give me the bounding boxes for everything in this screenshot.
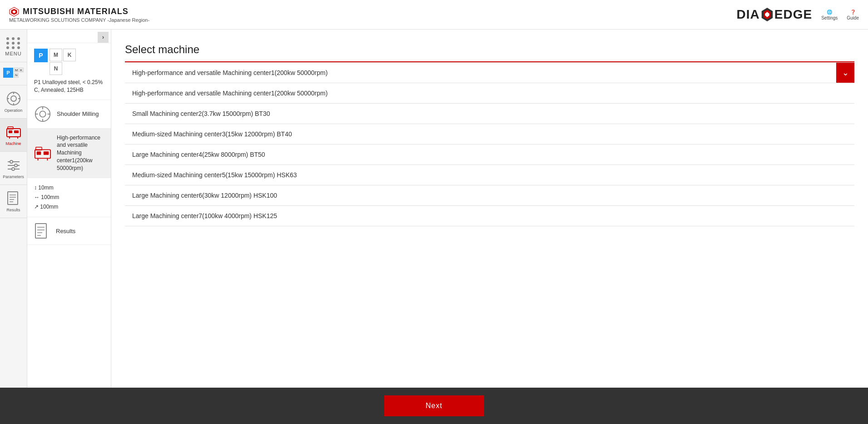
svg-rect-13 <box>9 130 12 133</box>
operation-icon <box>6 91 21 106</box>
sidebar-item-results[interactable]: Results <box>0 185 27 218</box>
svg-point-30 <box>40 111 45 117</box>
shoulder-milling-icon <box>34 105 51 123</box>
diaedge-diamond-icon <box>761 7 774 22</box>
svg-rect-17 <box>8 127 13 129</box>
menu-dots-icon <box>6 37 21 49</box>
operation-label: Shoulder Milling <box>57 110 99 117</box>
machine-list: High-performance and versatile Machining… <box>125 62 854 226</box>
mitsubishi-diamond-icon <box>9 7 19 17</box>
sidebar-item-parameters[interactable]: Parameters <box>0 152 27 185</box>
mitsubishi-logo: MITSUBISHI MATERIALS <box>9 7 149 17</box>
material-description: P1 Unalloyed steel, < 0.25% C, Annealed,… <box>34 79 104 94</box>
sidebar-top-expand: › <box>27 30 111 43</box>
sidebar-item-operation[interactable]: Operation <box>0 85 27 119</box>
brand-name: MITSUBISHI MATERIALS <box>23 7 129 16</box>
badge-grid: M K N <box>50 49 76 75</box>
machine-row[interactable]: High-performance and versatile Machining… <box>125 83 854 104</box>
machine-row[interactable]: High-performance and versatile Machining… <box>125 62 854 83</box>
results-sidebar-icon <box>34 223 50 239</box>
machine-row[interactable]: Small Machining center2(3.7kw 15000rpm) … <box>125 104 854 124</box>
results-icon <box>6 190 21 206</box>
globe-icon: 🌐 <box>827 10 832 15</box>
svg-point-23 <box>12 168 15 170</box>
badge-n: N <box>50 62 62 75</box>
brand-sub: METALWORKING SOLUTIONS COMPANY -Japanese… <box>9 17 149 23</box>
machine-sidebar-label: High-performance and versatile Machining… <box>57 134 104 172</box>
svg-point-7 <box>11 96 16 101</box>
badge-mkn-icon: M K N <box>14 68 24 78</box>
sidebar-item-machine[interactable]: Machine <box>0 119 27 152</box>
svg-point-6 <box>7 92 20 105</box>
svg-point-19 <box>10 160 13 163</box>
parameters-icon <box>6 157 21 173</box>
menu-button[interactable]: MENU <box>0 32 27 62</box>
material-badge-icons: P M K N <box>3 68 24 78</box>
sidebar-collapse-button[interactable]: › <box>111 30 111 48</box>
content: Select machine High-performance and vers… <box>111 30 868 388</box>
svg-rect-14 <box>14 130 19 133</box>
parameters-nav-label: Parameters <box>3 175 24 179</box>
sidebar-detail: › › P M K N P1 Unalloyed steel, < 0.25% … <box>27 30 111 388</box>
svg-rect-36 <box>37 151 41 155</box>
machine-icon <box>6 124 21 140</box>
question-icon: ❓ <box>850 10 856 15</box>
machine-row[interactable]: Large Machining center4(25kw 8000rpm) BT… <box>125 145 854 165</box>
next-button[interactable]: Next <box>384 395 484 416</box>
expand-right-button[interactable]: › <box>98 32 109 43</box>
param-width: ↔ 100mm <box>34 193 104 202</box>
machine-nav-label: Machine <box>5 141 21 146</box>
machine-row[interactable]: Medium-sized Machining center5(15kw 1500… <box>125 165 854 185</box>
header: MITSUBISHI MATERIALS METALWORKING SOLUTI… <box>0 0 868 30</box>
badge-p: P <box>34 49 48 62</box>
diaedge-text-left: DIA <box>737 7 760 22</box>
sidebar-item-material[interactable]: P M K N <box>0 62 27 85</box>
svg-point-21 <box>15 164 17 167</box>
svg-rect-37 <box>44 151 49 155</box>
badge-k: K <box>63 49 76 61</box>
results-nav-label: Results <box>6 208 20 212</box>
footer: Next <box>0 388 868 424</box>
main-layout: MENU P M K N <box>0 30 868 388</box>
badge-m: M <box>50 49 62 61</box>
sidebar-material-section: P M K N P1 Unalloyed steel, < 0.25% C, A… <box>27 43 111 100</box>
sidebar-parameters-section: ↕ 10mm ↔ 100mm ↗ 100mm <box>27 178 111 218</box>
menu-label: MENU <box>5 51 21 56</box>
machine-row[interactable]: Large Machining center7(100kw 4000rpm) H… <box>125 206 854 226</box>
svg-rect-24 <box>8 192 18 205</box>
sidebar-nav: MENU P M K N <box>0 30 27 388</box>
settings-button[interactable]: 🌐 Settings <box>821 9 838 20</box>
results-label: Results <box>56 228 75 234</box>
param-depth: ↕ 10mm <box>34 184 104 192</box>
machine-row[interactable]: Medium-sized Machining center3(15kw 1200… <box>125 124 854 145</box>
left-panel: MENU P M K N <box>0 30 111 388</box>
operation-nav-label: Operation <box>5 108 23 113</box>
param-length: ↗ 100mm <box>34 203 104 211</box>
svg-rect-41 <box>35 224 46 238</box>
badge-p-icon: P <box>3 68 13 78</box>
header-left: MITSUBISHI MATERIALS METALWORKING SOLUTI… <box>9 7 149 23</box>
diaedge-logo: DIA EDGE <box>737 7 813 22</box>
sidebar-machine-section: High-performance and versatile Machining… <box>27 129 111 178</box>
diaedge-text-right: EDGE <box>774 7 812 22</box>
sidebar-operation-section: Shoulder Milling <box>27 100 111 129</box>
guide-label: Guide <box>847 15 859 20</box>
material-badges: P M K N <box>34 49 104 75</box>
machine-row[interactable]: Large Machining center6(30kw 12000rpm) H… <box>125 185 854 206</box>
settings-label: Settings <box>821 15 838 20</box>
selected-indicator: ⌄ <box>836 63 854 83</box>
machine-sidebar-icon <box>34 145 51 162</box>
header-right: DIA EDGE 🌐 Settings ❓ Guide <box>737 7 859 22</box>
guide-button[interactable]: ❓ Guide <box>847 9 859 20</box>
page-title: Select machine <box>125 43 854 56</box>
sidebar-results-section: Results <box>27 217 111 245</box>
